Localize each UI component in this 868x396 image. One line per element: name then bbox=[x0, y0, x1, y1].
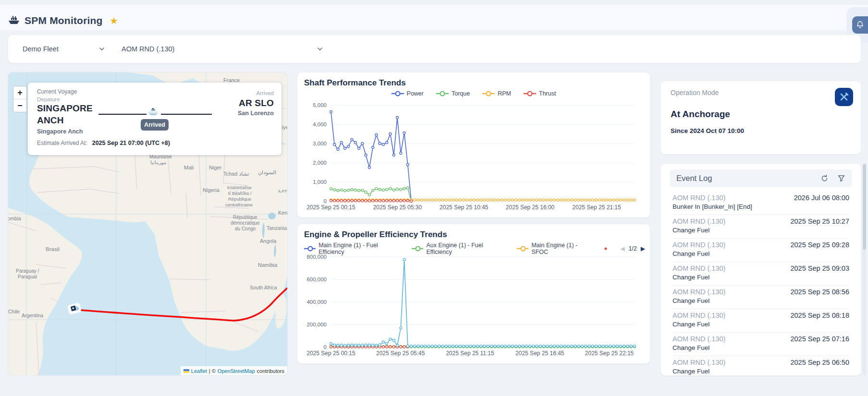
data-point bbox=[340, 200, 342, 202]
map-place-label: Niger bbox=[209, 165, 221, 170]
data-point bbox=[368, 200, 370, 202]
data-point bbox=[602, 345, 604, 348]
data-point bbox=[630, 345, 632, 348]
scrollbar-thumb[interactable] bbox=[863, 164, 866, 250]
legend-marker-icon bbox=[391, 91, 404, 96]
data-point bbox=[599, 199, 601, 201]
data-point bbox=[463, 345, 465, 348]
event-log-row[interactable]: AOM RND (.130)2025 Sep 25 07:16Change Fu… bbox=[672, 333, 849, 356]
filter-button[interactable] bbox=[837, 174, 845, 182]
route-progress-line-right bbox=[161, 114, 212, 115]
route-progress-line-left bbox=[98, 114, 147, 115]
legend-marker-icon bbox=[304, 246, 316, 252]
map-place-label: Angola bbox=[260, 238, 276, 244]
data-point bbox=[347, 344, 350, 347]
event-vessel: AOM RND (.130) bbox=[672, 241, 725, 249]
data-point bbox=[347, 200, 350, 202]
osm-link[interactable]: OpenStreetMap bbox=[218, 368, 255, 374]
data-point bbox=[487, 199, 489, 201]
data-point bbox=[410, 345, 413, 348]
eta-label: Estimate Arrived At: bbox=[37, 140, 87, 146]
data-point bbox=[379, 344, 381, 346]
data-point bbox=[557, 199, 559, 201]
data-point bbox=[396, 117, 399, 119]
legend-prev-button[interactable]: ◀ bbox=[620, 245, 624, 252]
legend-label: Thrust bbox=[539, 90, 556, 97]
data-point bbox=[494, 199, 496, 201]
data-point bbox=[406, 345, 409, 348]
notifications-button[interactable] bbox=[852, 16, 868, 34]
map-place-label: ኢትዮጵያ bbox=[278, 188, 288, 194]
data-point bbox=[483, 199, 486, 201]
legend-marker-icon bbox=[517, 246, 528, 252]
data-point bbox=[508, 345, 510, 348]
event-log-row[interactable]: AOM RND (.130)2025 Sep 25 08:18Change Fu… bbox=[672, 309, 849, 333]
operation-mode-tools-icon[interactable] bbox=[835, 88, 853, 106]
data-point bbox=[463, 199, 465, 201]
data-point bbox=[333, 144, 336, 146]
event-log-row[interactable]: AOM RND (.130)2026 Jul 06 08:00Bunker In… bbox=[672, 192, 849, 215]
legend-item[interactable]: Thrust bbox=[524, 90, 556, 97]
legend-item[interactable] bbox=[604, 246, 608, 252]
data-point bbox=[473, 345, 475, 348]
event-log-row[interactable]: AOM RND (.130)2025 Sep 25 08:56Change Fu… bbox=[672, 286, 849, 309]
data-point bbox=[368, 344, 370, 347]
data-point bbox=[477, 199, 479, 201]
map-place-label: Chile bbox=[8, 309, 20, 314]
map-place-label: Tanzania bbox=[267, 225, 287, 231]
zoom-in-button[interactable]: + bbox=[13, 86, 26, 99]
data-point bbox=[581, 199, 584, 201]
data-point bbox=[581, 345, 584, 348]
vessel-select[interactable]: AOM RND (.130) bbox=[122, 35, 323, 63]
data-point bbox=[347, 189, 350, 192]
favorite-star-icon[interactable]: ★ bbox=[110, 15, 118, 26]
attribution-suffix: contributors bbox=[257, 368, 284, 374]
event-timestamp: 2025 Sep 25 10:27 bbox=[790, 217, 849, 225]
map-place-label: lombia bbox=[8, 216, 21, 221]
fleet-select[interactable]: Demo Fleet bbox=[23, 35, 105, 63]
x-axis-tick-label: 2025 Sep 25 22:15 bbox=[585, 350, 634, 357]
event-log-row[interactable]: AOM RND (.130)2025 Sep 25 09:03Change Fu… bbox=[672, 262, 849, 286]
event-detail: Change Fuel bbox=[672, 368, 849, 375]
ukraine-flag-icon bbox=[183, 369, 189, 373]
departure-label: Depature bbox=[37, 96, 93, 102]
y-axis-tick-label: 2,000 bbox=[313, 160, 327, 166]
data-point bbox=[550, 345, 552, 348]
data-point bbox=[536, 199, 538, 201]
data-point bbox=[543, 199, 545, 201]
shaft-chart[interactable]: 01,0002,0003,0004,0005,0002025 Sep 25 00… bbox=[304, 101, 642, 213]
data-point bbox=[386, 342, 388, 345]
engine-chart[interactable]: 0200,000400,000600,000800,0002025 Sep 25… bbox=[304, 253, 642, 359]
data-point bbox=[375, 200, 378, 202]
data-point bbox=[605, 345, 608, 348]
data-point bbox=[386, 188, 388, 191]
data-point bbox=[452, 199, 454, 201]
event-log-scrollbar[interactable] bbox=[863, 163, 866, 375]
legend-label: Torque bbox=[452, 90, 470, 97]
voyage-map[interactable]: FranceiyeMauritanieموريتانياMaliNigerTch… bbox=[8, 72, 288, 376]
legend-item[interactable]: RPM bbox=[482, 90, 511, 97]
map-place-label: Paraguai bbox=[18, 274, 37, 279]
arrival-label: Arrived bbox=[238, 90, 274, 96]
data-point bbox=[351, 139, 353, 141]
data-point bbox=[424, 199, 427, 201]
data-point bbox=[459, 345, 461, 348]
data-point bbox=[368, 167, 370, 169]
data-point bbox=[431, 345, 433, 348]
refresh-button[interactable] bbox=[820, 174, 829, 182]
data-point bbox=[410, 200, 413, 203]
event-log-row[interactable]: AOM RND (.130)2025 Sep 25 06:50Change Fu… bbox=[672, 356, 849, 375]
legend-item[interactable]: Torque bbox=[436, 90, 470, 97]
event-log-row[interactable]: AOM RND (.130)2025 Sep 25 10:27Change Fu… bbox=[672, 215, 849, 239]
map-place-label: République bbox=[228, 196, 251, 202]
data-point bbox=[602, 199, 604, 201]
legend-item[interactable]: Power bbox=[391, 90, 424, 97]
data-point bbox=[330, 111, 332, 113]
data-point bbox=[612, 199, 615, 201]
zoom-out-button[interactable]: − bbox=[13, 99, 26, 112]
event-log-row[interactable]: AOM RND (.130)2025 Sep 25 09:28Change Fu… bbox=[672, 239, 849, 262]
data-point bbox=[518, 199, 521, 201]
legend-next-button[interactable]: ▶ bbox=[641, 245, 645, 252]
leaflet-link[interactable]: Leaflet bbox=[191, 368, 207, 374]
data-point bbox=[389, 338, 391, 340]
